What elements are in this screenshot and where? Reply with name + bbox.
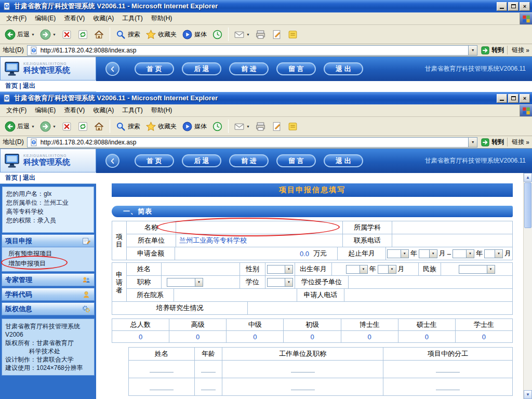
gender-select[interactable]: ▼ [267,265,293,274]
menu-file[interactable]: 文件(F) [2,12,31,24]
print-button[interactable] [254,28,268,41]
print-button[interactable] [254,120,268,133]
applicant-phone-input[interactable] [344,288,513,302]
refresh-button[interactable] [76,28,90,41]
member-age-cell[interactable] [194,378,222,396]
links-button[interactable]: 链接» [507,138,529,147]
close-button[interactable]: × [520,2,530,11]
links-button[interactable]: 链接» [507,46,529,55]
member-name-cell[interactable] [128,378,195,396]
mail-button[interactable]: ▼ [232,28,251,41]
menu-help[interactable]: 帮助(H) [147,12,177,24]
menu-tools[interactable]: 工具(T) [118,12,147,24]
nav-back-button[interactable]: 后 退 [182,154,221,167]
address-dropdown-icon[interactable]: ▼ [468,46,477,55]
end-month-select[interactable]: ▼ [484,249,503,258]
unit-value-link[interactable]: 兰州工业高等专科学校 [179,236,247,245]
member-role-cell[interactable] [383,360,513,378]
stats-value-phd[interactable]: 0 [341,330,398,343]
sidebar-section-subject-codes[interactable]: 学科代码 [2,288,95,301]
favorites-button[interactable]: 收藏夹 [144,120,178,133]
name-input[interactable] [176,221,343,234]
address-input[interactable]: http://61.178.20.42:8088/index.asp ▼ [27,45,478,56]
home-button[interactable] [92,28,106,41]
applicant-name-input[interactable] [161,262,240,276]
subject-input[interactable] [392,221,513,234]
edit-button[interactable] [270,28,284,41]
back-button[interactable]: 后退▼ [3,28,36,41]
member-age-cell[interactable] [194,360,222,378]
dept-input[interactable] [174,288,297,302]
title-bar[interactable]: 甘肃省教育厅科技管理系统 V2006.11 - Microsoft Intern… [0,0,532,12]
minimize-button[interactable] [497,2,507,11]
stats-value-total[interactable]: 0 [112,330,169,343]
forward-dropdown-icon[interactable]: ▼ [52,125,56,128]
nav-home-button[interactable]: 首 页 [135,62,174,75]
sidebar-home-exit[interactable]: 首页 | 退出 [0,172,96,184]
contact-phone-input[interactable] [392,234,513,247]
start-year-select[interactable]: ▼ [387,249,409,258]
search-button[interactable]: 搜索 [114,120,142,133]
stop-button[interactable] [60,120,74,133]
sidebar-section-copyright[interactable]: 版权信息 [2,302,95,315]
degree-org-input[interactable] [348,275,513,289]
maximize-button[interactable] [508,2,518,11]
nav-back-circle-button[interactable] [105,154,119,168]
mail-button[interactable]: ▼ [232,120,251,133]
address-dropdown-icon[interactable]: ▼ [468,138,477,147]
nav-message-button[interactable]: 留 言 [276,154,316,167]
nav-exit-button[interactable]: 退 出 [324,154,363,167]
menu-tools[interactable]: 工具(T) [118,104,147,116]
history-button[interactable] [210,28,224,41]
nav-back-button[interactable]: 后 退 [182,62,221,75]
maximize-button[interactable] [508,94,518,103]
amount-input[interactable]: 0.0 [176,250,313,258]
forward-dropdown-icon[interactable]: ▼ [52,33,56,36]
nav-exit-button[interactable]: 退 出 [324,62,363,75]
stats-value-master[interactable]: 0 [398,330,456,343]
menu-edit[interactable]: 编辑(E) [31,104,60,116]
menu-help[interactable]: 帮助(H) [147,104,177,116]
refresh-button[interactable] [76,120,90,133]
back-dropdown-icon[interactable]: ▼ [31,33,35,36]
go-button[interactable]: 转到 [481,138,504,147]
vertical-scrollbar[interactable]: ▲ ▼ [523,173,532,399]
scrollbar-thumb[interactable] [524,182,531,228]
scroll-down-button[interactable]: ▼ [524,390,532,399]
nav-message-button[interactable]: 留 言 [276,62,316,75]
search-button[interactable]: 搜索 [114,28,142,41]
member-role-cell[interactable] [383,378,513,396]
menu-favorites[interactable]: 收藏(A) [89,104,118,116]
sidebar-section-experts[interactable]: 专家管理 [2,273,95,286]
stats-value-mid[interactable]: 0 [226,330,284,343]
close-button[interactable]: × [520,94,530,103]
messenger-button[interactable] [286,28,300,41]
media-button[interactable]: 媒体 [180,28,208,41]
forward-button[interactable]: ▼ [38,28,58,41]
stop-button[interactable] [60,28,74,41]
favorites-button[interactable]: 收藏夹 [144,28,178,41]
menu-view[interactable]: 查看(V) [60,12,89,24]
nav-back-circle-button[interactable] [105,62,119,76]
address-input[interactable]: http://61.178.20.42:8088/index.asp ▼ [27,137,478,148]
media-button[interactable]: 媒体 [180,120,208,133]
birth-month-select[interactable]: ▼ [378,265,396,274]
stats-value-junior[interactable]: 0 [283,330,341,343]
ethnic-select[interactable]: ▼ [459,265,495,274]
stats-value-senior[interactable]: 0 [169,330,227,343]
history-button[interactable] [210,120,224,133]
sidebar-item-add-application[interactable]: 增加申报项目 [8,259,94,269]
messenger-button[interactable] [286,120,300,133]
sidebar-home-exit[interactable]: 首页 | 退出 [0,81,96,92]
menu-view[interactable]: 查看(V) [60,104,89,116]
mail-dropdown-icon[interactable]: ▼ [246,33,250,36]
nav-home-button[interactable]: 首 页 [135,154,174,167]
menu-favorites[interactable]: 收藏(A) [89,12,118,24]
minimize-button[interactable] [497,94,507,103]
birth-year-select[interactable]: ▼ [346,265,368,274]
member-workunit-cell[interactable] [222,360,383,378]
menu-file[interactable]: 文件(F) [2,104,31,116]
back-button[interactable]: 后退▼ [3,120,36,133]
menu-edit[interactable]: 编辑(E) [31,12,60,24]
nav-forward-button[interactable]: 前 进 [229,154,269,167]
